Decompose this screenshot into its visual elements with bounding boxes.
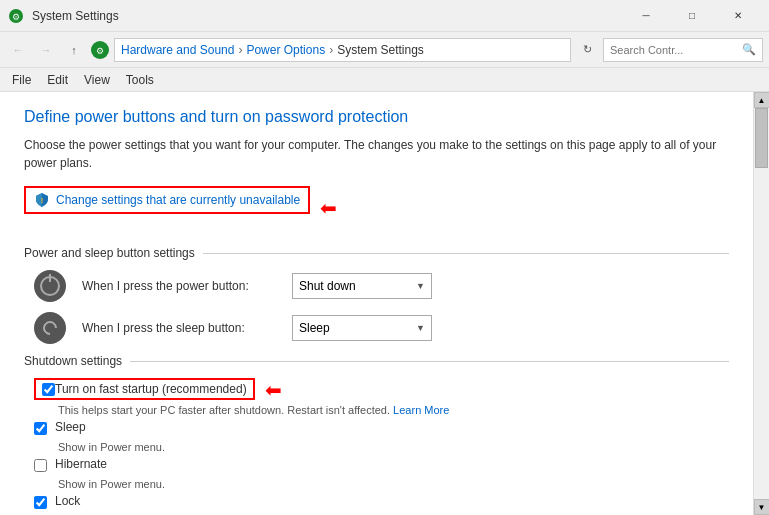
power-dropdown-arrow-icon: ▼ bbox=[416, 281, 425, 291]
hibernate-option-row: Hibernate bbox=[24, 457, 729, 472]
change-settings-area: ! Change settings that are currently una… bbox=[24, 186, 729, 230]
power-button-row: When I press the power button: Shut down… bbox=[24, 270, 729, 302]
menu-file[interactable]: File bbox=[4, 71, 39, 89]
page-description: Choose the power settings that you want … bbox=[24, 136, 729, 172]
scroll-up-button[interactable]: ▲ bbox=[754, 92, 770, 108]
svg-text:!: ! bbox=[41, 196, 44, 205]
breadcrumb-power[interactable]: Power Options bbox=[246, 43, 325, 57]
menu-edit[interactable]: Edit bbox=[39, 71, 76, 89]
hibernate-show-desc: Show in Power menu. bbox=[48, 478, 729, 490]
maximize-button[interactable]: □ bbox=[669, 0, 715, 32]
sleep-button-icon bbox=[34, 312, 66, 344]
breadcrumb-sep-1: › bbox=[238, 43, 242, 57]
fast-startup-row: Turn on fast startup (recommended) ⬅ bbox=[24, 378, 729, 402]
learn-more-link[interactable]: Learn More bbox=[393, 404, 449, 416]
sleep-button-label: When I press the sleep button: bbox=[82, 321, 282, 335]
main-panel: Define power buttons and turn on passwor… bbox=[0, 92, 753, 515]
lock-option-label[interactable]: Lock bbox=[55, 494, 80, 508]
sleep-button-row: When I press the sleep button: Sleep ▼ bbox=[24, 312, 729, 344]
lock-checkbox[interactable] bbox=[34, 496, 47, 509]
refresh-button[interactable]: ↻ bbox=[575, 38, 599, 62]
breadcrumb[interactable]: Hardware and Sound › Power Options › Sys… bbox=[114, 38, 571, 62]
fast-startup-checkbox[interactable] bbox=[42, 383, 55, 396]
scrollbar-thumb[interactable] bbox=[755, 108, 768, 168]
forward-button[interactable]: → bbox=[34, 38, 58, 62]
address-bar: ← → ↑ ⚙ Hardware and Sound › Power Optio… bbox=[0, 32, 769, 68]
power-button-label: When I press the power button: bbox=[82, 279, 282, 293]
sleep-dropdown-arrow-icon: ▼ bbox=[416, 323, 425, 333]
shutdown-section: Shutdown settings Turn on fast startup (… bbox=[24, 354, 729, 515]
up-button[interactable]: ↑ bbox=[62, 38, 86, 62]
power-button-value: Shut down bbox=[299, 279, 356, 293]
menu-bar: File Edit View Tools bbox=[0, 68, 769, 92]
sleep-show-desc: Show in Power menu. bbox=[48, 441, 729, 453]
page-title: Define power buttons and turn on passwor… bbox=[24, 108, 729, 126]
search-box[interactable]: 🔍 bbox=[603, 38, 763, 62]
menu-view[interactable]: View bbox=[76, 71, 118, 89]
scrollbar-track[interactable] bbox=[754, 108, 769, 499]
search-input[interactable] bbox=[610, 44, 742, 56]
hibernate-checkbox[interactable] bbox=[34, 459, 47, 472]
breadcrumb-sep-2: › bbox=[329, 43, 333, 57]
folder-icon: ⚙ bbox=[90, 40, 110, 60]
sleep-button-value: Sleep bbox=[299, 321, 330, 335]
sleep-crescent-icon bbox=[40, 318, 60, 338]
power-sleep-section-header: Power and sleep button settings bbox=[24, 246, 729, 260]
power-inner-icon bbox=[40, 276, 60, 296]
shutdown-section-header: Shutdown settings bbox=[24, 354, 729, 368]
lock-option-row: Lock bbox=[24, 494, 729, 509]
change-settings-label: Change settings that are currently unava… bbox=[56, 193, 300, 207]
window-controls: ─ □ ✕ bbox=[623, 0, 761, 32]
sleep-option-label[interactable]: Sleep bbox=[55, 420, 86, 434]
app-icon: ⚙ bbox=[8, 8, 24, 24]
hibernate-option-label[interactable]: Hibernate bbox=[55, 457, 107, 471]
change-settings-link[interactable]: ! Change settings that are currently una… bbox=[24, 186, 310, 214]
back-button[interactable]: ← bbox=[6, 38, 30, 62]
close-button[interactable]: ✕ bbox=[715, 0, 761, 32]
breadcrumb-hardware[interactable]: Hardware and Sound bbox=[121, 43, 234, 57]
sleep-button-dropdown[interactable]: Sleep ▼ bbox=[292, 315, 432, 341]
fast-startup-box: Turn on fast startup (recommended) bbox=[34, 378, 255, 400]
menu-tools[interactable]: Tools bbox=[118, 71, 162, 89]
svg-text:⚙: ⚙ bbox=[96, 46, 104, 56]
content-area: Define power buttons and turn on passwor… bbox=[0, 92, 769, 515]
fast-startup-label[interactable]: Turn on fast startup (recommended) bbox=[55, 382, 247, 396]
window-title: System Settings bbox=[32, 9, 623, 23]
sleep-checkbox[interactable] bbox=[34, 422, 47, 435]
power-button-dropdown[interactable]: Shut down ▼ bbox=[292, 273, 432, 299]
arrow-annotation-1: ⬅ bbox=[320, 196, 337, 220]
scroll-down-button[interactable]: ▼ bbox=[754, 499, 770, 515]
minimize-button[interactable]: ─ bbox=[623, 0, 669, 32]
shield-icon: ! bbox=[34, 192, 50, 208]
power-button-icon bbox=[34, 270, 66, 302]
titlebar: ⚙ System Settings ─ □ ✕ bbox=[0, 0, 769, 32]
search-icon: 🔍 bbox=[742, 43, 756, 56]
breadcrumb-current: System Settings bbox=[337, 43, 424, 57]
arrow-annotation-2: ⬅ bbox=[265, 378, 282, 402]
svg-text:⚙: ⚙ bbox=[12, 12, 20, 22]
sleep-option-row: Sleep bbox=[24, 420, 729, 435]
fast-startup-desc: This helps start your PC faster after sh… bbox=[48, 404, 729, 416]
scrollbar[interactable]: ▲ ▼ bbox=[753, 92, 769, 515]
